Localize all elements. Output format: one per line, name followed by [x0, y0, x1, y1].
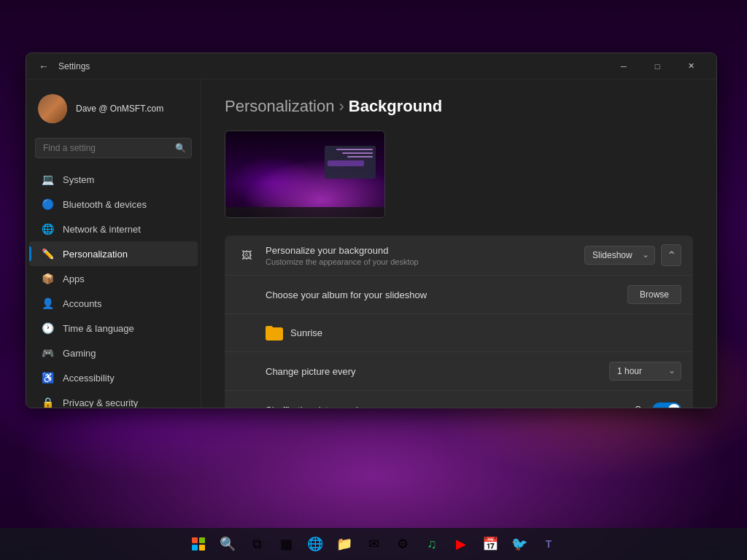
- album-text: Choose your album for your slideshow: [266, 289, 627, 300]
- gaming-icon: 🎮: [41, 346, 54, 359]
- user-name: Dave @ OnMSFT.com: [76, 104, 163, 114]
- preview-taskbar: [225, 207, 384, 217]
- taskbar-start-button[interactable]: [185, 531, 212, 557]
- user-profile: Dave @ OnMSFT.com: [26, 85, 201, 135]
- sidebar-item-privacy[interactable]: 🔒 Privacy & security: [29, 390, 198, 408]
- sidebar-item-label: Accessibility: [63, 373, 115, 384]
- window-content: Dave @ OnMSFT.com 🔍 💻 System 🔵 Bluetooth…: [26, 79, 716, 408]
- win-logo-q1: [192, 537, 198, 543]
- win-logo-q4: [199, 545, 205, 551]
- taskbar-teams-button[interactable]: T: [535, 531, 562, 557]
- taskbar-twitter-button[interactable]: 🐦: [506, 531, 533, 557]
- windows-logo: [192, 537, 205, 551]
- search-icon: 🔍: [175, 143, 186, 153]
- change-picture-dropdown[interactable]: 1 hour 1 minute 10 minutes 30 minutes 6 …: [609, 362, 681, 381]
- change-picture-row: Change picture every 1 hour 1 minute 10 …: [225, 352, 693, 391]
- personalization-icon: ✏️: [41, 247, 54, 260]
- taskbar-search-button[interactable]: 🔍: [214, 531, 241, 557]
- change-picture-control: 1 hour 1 minute 10 minutes 30 minutes 6 …: [609, 362, 681, 381]
- sidebar-item-accessibility[interactable]: ♿ Accessibility: [29, 365, 198, 390]
- taskbar-taskview-button[interactable]: ⧉: [244, 531, 270, 557]
- album-name: Sunrise: [290, 327, 322, 338]
- background-preview: [225, 131, 385, 218]
- close-button[interactable]: ✕: [674, 55, 708, 78]
- search-input[interactable]: [35, 138, 192, 158]
- system-icon: 💻: [41, 173, 54, 186]
- shuffle-control: On: [635, 402, 681, 408]
- taskbar-youtube-button[interactable]: ▶: [448, 531, 474, 557]
- time-icon: 🕐: [41, 322, 54, 335]
- sidebar-item-bluetooth[interactable]: 🔵 Bluetooth & devices: [29, 192, 198, 217]
- taskbar-settings-button[interactable]: ⚙: [390, 531, 416, 557]
- folder-icon: [266, 326, 283, 341]
- sidebar-item-label: Privacy & security: [63, 397, 138, 408]
- preview-line: [342, 152, 373, 154]
- taskbar-edge-button[interactable]: 🌐: [302, 531, 328, 557]
- win-logo-q3: [192, 545, 198, 551]
- shuffle-toggle[interactable]: [652, 402, 681, 408]
- change-picture-icon-spacer: [236, 361, 257, 381]
- win-logo-q2: [199, 537, 205, 543]
- album-icon-spacer: [236, 284, 257, 305]
- sidebar: Dave @ OnMSFT.com 🔍 💻 System 🔵 Bluetooth…: [26, 79, 201, 408]
- avatar: [38, 94, 67, 123]
- breadcrumb: Personalization › Background: [225, 97, 693, 116]
- preview-window: [325, 146, 376, 179]
- accessibility-icon: ♿: [41, 371, 54, 384]
- sidebar-item-accounts[interactable]: 👤 Accounts: [29, 291, 198, 316]
- sunrise-row: Sunrise: [225, 314, 693, 352]
- album-row: Choose your album for your slideshow Bro…: [225, 276, 693, 314]
- apps-icon: 📦: [41, 272, 54, 285]
- sidebar-item-label: Accounts: [63, 298, 101, 309]
- breadcrumb-parent: Personalization: [225, 97, 334, 116]
- settings-window: ← Settings ─ □ ✕ Dave @ OnMSFT.com 🔍 💻: [26, 52, 717, 408]
- sidebar-item-label: Gaming: [63, 348, 96, 359]
- taskbar-mail-button[interactable]: ✉: [360, 531, 387, 557]
- album-control: Browse: [627, 285, 681, 304]
- sidebar-item-gaming[interactable]: 🎮 Gaming: [29, 341, 198, 365]
- search-box: 🔍: [35, 138, 192, 158]
- change-picture-text: Change picture every: [266, 366, 609, 377]
- preview-inner: [225, 131, 384, 217]
- sidebar-item-label: Network & internet: [63, 224, 141, 235]
- minimize-button[interactable]: ─: [607, 55, 640, 78]
- personalize-row: 🖼 Personalize your background Customize …: [225, 236, 693, 276]
- personalize-control: Slideshow Picture Solid color Spotlight …: [584, 244, 681, 266]
- preview-line: [347, 156, 373, 158]
- personalize-label: Personalize your background: [266, 245, 584, 256]
- sidebar-item-time[interactable]: 🕐 Time & language: [29, 316, 198, 341]
- shuffle-row: Shuffle the picture order On: [225, 391, 693, 408]
- breadcrumb-separator: ›: [338, 97, 344, 116]
- sidebar-item-label: Bluetooth & devices: [63, 199, 147, 210]
- sidebar-item-apps[interactable]: 📦 Apps: [29, 266, 198, 291]
- personalize-expand-button[interactable]: ⌃: [661, 244, 681, 266]
- window-title: Settings: [58, 61, 607, 71]
- back-button[interactable]: ←: [35, 58, 53, 75]
- maximize-button[interactable]: □: [640, 55, 674, 78]
- sidebar-item-label: System: [63, 174, 94, 185]
- change-picture-dropdown-wrap: 1 hour 1 minute 10 minutes 30 minutes 6 …: [609, 362, 681, 381]
- shuffle-toggle-wrap: On: [635, 402, 681, 408]
- browse-button[interactable]: Browse: [627, 285, 681, 304]
- sidebar-item-label: Time & language: [63, 323, 134, 334]
- shuffle-text: Shuffle the picture order: [266, 405, 635, 408]
- personalize-icon: 🖼: [236, 245, 257, 265]
- shuffle-value: On: [635, 405, 646, 408]
- privacy-icon: 🔒: [41, 396, 54, 408]
- album-label: Choose your album for your slideshow: [266, 289, 627, 300]
- taskbar-spotify-button[interactable]: ♫: [419, 531, 445, 557]
- shuffle-label: Shuffle the picture order: [266, 405, 635, 408]
- taskbar-widgets-button[interactable]: ▦: [273, 531, 299, 557]
- network-icon: 🌐: [41, 222, 54, 236]
- toggle-thumb: [668, 404, 680, 408]
- bg-type-dropdown-wrap: Slideshow Picture Solid color Spotlight: [584, 246, 655, 265]
- taskbar-calendar-button[interactable]: 📅: [477, 531, 503, 557]
- bg-type-dropdown[interactable]: Slideshow Picture Solid color Spotlight: [584, 246, 655, 265]
- sidebar-item-system[interactable]: 💻 System: [29, 167, 198, 192]
- bluetooth-icon: 🔵: [41, 198, 54, 211]
- sidebar-item-network[interactable]: 🌐 Network & internet: [29, 217, 198, 241]
- personalize-text: Personalize your background Customize th…: [266, 245, 584, 266]
- sidebar-item-label: Personalization: [63, 249, 128, 260]
- taskbar-explorer-button[interactable]: 📁: [331, 531, 357, 557]
- sidebar-item-personalization[interactable]: ✏️ Personalization: [29, 241, 198, 266]
